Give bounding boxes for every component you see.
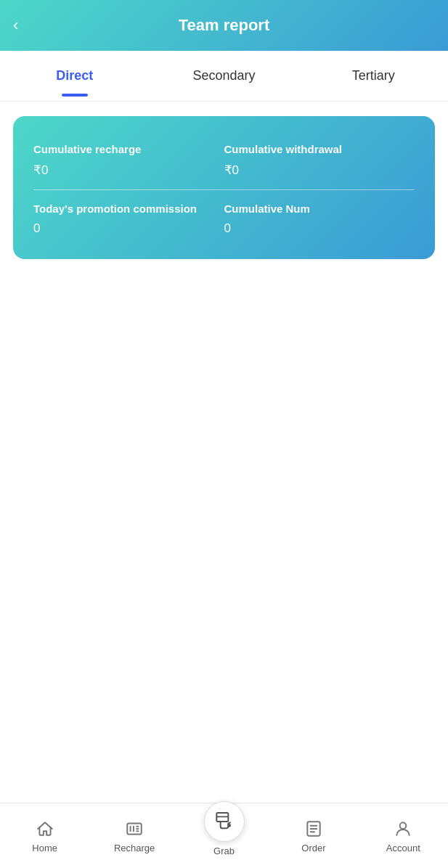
svg-point-13 [400, 822, 407, 829]
home-icon [35, 819, 55, 839]
nav-label-home: Home [32, 843, 57, 853]
nav-label-order: Order [301, 843, 325, 853]
cumulative-recharge-value: ₹0 [33, 163, 224, 178]
cumulative-num-cell: Cumulative Num 0 [224, 196, 415, 242]
cumulative-withdrawal-label: Cumulative withdrawal [224, 142, 415, 157]
cumulative-recharge-label: Cumulative recharge [33, 142, 224, 157]
nav-item-order[interactable]: Order [269, 819, 358, 853]
back-button[interactable]: ‹ [13, 16, 18, 35]
nav-item-recharge[interactable]: Recharge [89, 819, 179, 853]
todays-commission-label: Today's promotion commission [33, 202, 224, 216]
grab-icon [204, 801, 245, 842]
tab-secondary[interactable]: Secondary [150, 51, 299, 101]
cumulative-withdrawal-value: ₹0 [224, 163, 415, 178]
tabs-bar: Direct Secondary Tertiary [0, 51, 448, 102]
tab-tertiary[interactable]: Tertiary [298, 51, 448, 101]
bottom-nav: Home Recharge Grab [0, 803, 448, 868]
cumulative-withdrawal-cell: Cumulative withdrawal ₹0 [224, 136, 415, 184]
todays-commission-cell: Today's promotion commission 0 [33, 196, 224, 242]
stats-card: Cumulative recharge ₹0 Cumulative withdr… [13, 116, 435, 259]
cumulative-num-label: Cumulative Num [224, 202, 415, 216]
header: ‹ Team report [0, 0, 448, 51]
order-icon [304, 819, 324, 839]
cumulative-recharge-cell: Cumulative recharge ₹0 [33, 136, 224, 184]
svg-point-8 [228, 824, 230, 827]
page-title: Team report [179, 16, 270, 35]
account-icon [393, 819, 413, 839]
cumulative-num-value: 0 [224, 221, 415, 236]
tab-direct[interactable]: Direct [0, 51, 150, 101]
nav-label-account: Account [386, 843, 420, 853]
recharge-icon [124, 819, 144, 839]
nav-item-home[interactable]: Home [0, 819, 89, 853]
svg-rect-0 [127, 823, 142, 834]
nav-label-grab: Grab [213, 846, 235, 856]
nav-item-grab[interactable]: Grab [179, 816, 269, 856]
stats-divider [33, 189, 415, 190]
nav-item-account[interactable]: Account [359, 819, 448, 853]
nav-label-recharge: Recharge [114, 843, 155, 853]
todays-commission-value: 0 [33, 221, 224, 236]
